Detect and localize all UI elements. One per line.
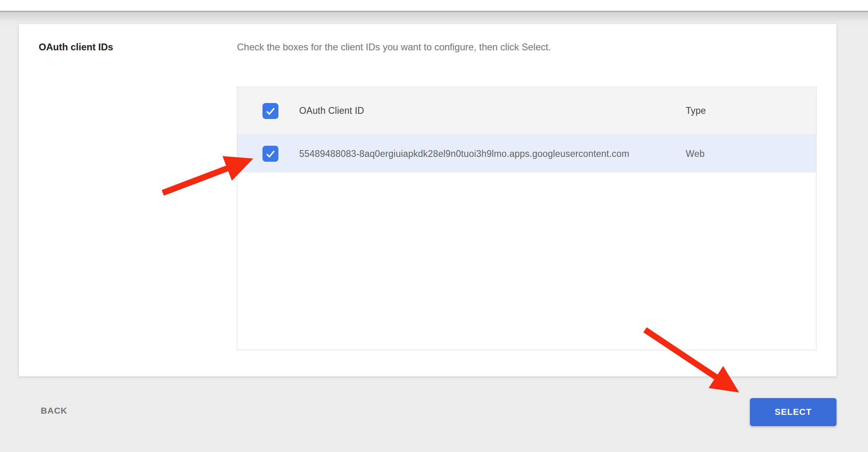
oauth-client-table: OAuth Client ID Type 55489488083-8aq0erg…: [237, 87, 817, 350]
select-button[interactable]: SELECT: [750, 398, 836, 426]
select-all-checkbox[interactable]: [262, 103, 278, 119]
checkmark-icon: [264, 147, 277, 160]
table-header-row: OAuth Client ID Type: [237, 87, 816, 135]
column-header-type: Type: [686, 105, 706, 116]
top-bar: [0, 0, 868, 12]
row-checkbox[interactable]: [262, 146, 278, 162]
client-id-cell: 55489488083-8aq0ergiuiapkdk28el9n0tuoi3h…: [299, 149, 629, 159]
page-title: OAuth client IDs: [39, 41, 113, 53]
instruction-text: Check the boxes for the client IDs you w…: [237, 41, 551, 53]
client-type-cell: Web: [686, 149, 704, 159]
column-header-oauth-client-id: OAuth Client ID: [299, 105, 364, 116]
table-row-client-id[interactable]: 55489488083-8aq0ergiuiapkdk28el9n0tuoi3h…: [237, 135, 816, 172]
back-button[interactable]: BACK: [35, 402, 73, 419]
checkmark-icon: [264, 105, 277, 117]
top-bar-shadow: [0, 12, 868, 23]
oauth-client-ids-card: OAuth client IDs Check the boxes for the…: [19, 24, 836, 377]
